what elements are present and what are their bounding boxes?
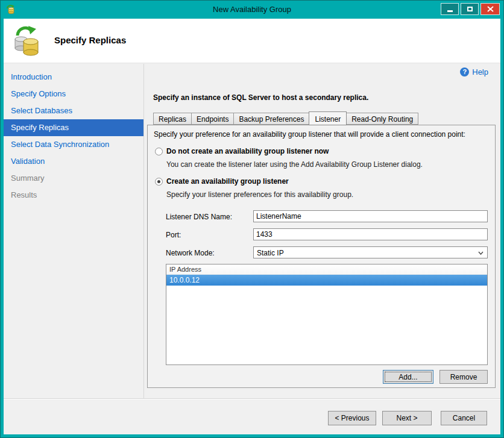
network-mode-select[interactable]: Static IP xyxy=(253,246,488,258)
radio-create-listener-label: Create an availability group listener xyxy=(166,177,289,186)
ip-address-listbox[interactable]: IP Address 10.0.0.12 xyxy=(166,264,488,365)
window-controls xyxy=(441,3,500,15)
dns-name-label: Listener DNS Name: xyxy=(166,213,232,221)
close-button[interactable] xyxy=(480,3,500,15)
network-mode-label: Network Mode: xyxy=(166,249,215,257)
add-button[interactable]: Add... xyxy=(383,370,433,384)
radio-create-listener-description: Specify your listener preferences for th… xyxy=(166,190,353,199)
next-button[interactable]: Next > xyxy=(382,411,432,425)
radio-create-listener[interactable]: Create an availability group listener xyxy=(155,177,289,186)
network-mode-value: Static IP xyxy=(257,249,284,257)
sidebar-item-results: Results xyxy=(4,187,143,204)
previous-button[interactable]: < Previous xyxy=(328,411,376,425)
ip-address-row[interactable]: 10.0.0.12 xyxy=(166,275,487,286)
help-button[interactable]: ? Help xyxy=(460,67,488,77)
radio-no-listener-description: You can create the listener later using … xyxy=(166,160,423,169)
help-icon: ? xyxy=(460,67,469,77)
maximize-icon xyxy=(467,7,473,11)
tab-strip: Replicas Endpoints Backup Preferences Li… xyxy=(153,113,493,125)
network-mode-row: Network Mode: Static IP xyxy=(166,246,488,258)
tab-listener[interactable]: Listener xyxy=(309,111,347,125)
tab-replicas[interactable]: Replicas xyxy=(153,113,192,125)
radio-create-listener-circle xyxy=(155,178,163,186)
page-title: Specify Replicas xyxy=(54,35,126,45)
radio-no-listener-label: Do not create an availability group list… xyxy=(166,147,329,155)
main-content: ? Help Specify an instance of SQL Server… xyxy=(145,64,500,398)
help-label: Help xyxy=(472,67,488,77)
sidebar-item-select-data-synchronization[interactable]: Select Data Synchronization xyxy=(4,136,143,153)
radio-no-listener[interactable]: Do not create an availability group list… xyxy=(155,147,329,155)
sidebar-item-summary: Summary xyxy=(4,170,143,187)
minimize-button[interactable] xyxy=(441,3,459,15)
radio-no-listener-circle xyxy=(155,148,163,155)
close-icon xyxy=(487,6,494,12)
availability-group-icon xyxy=(12,25,41,57)
listener-tab-panel: Specify your preference for an availabil… xyxy=(147,125,496,388)
dns-name-row: Listener DNS Name: xyxy=(166,210,488,222)
tab-endpoints[interactable]: Endpoints xyxy=(191,113,234,125)
wizard-header: Specify Replicas xyxy=(4,19,500,63)
sidebar-item-specify-options[interactable]: Specify Options xyxy=(4,86,143,102)
dns-name-input[interactable] xyxy=(253,210,488,222)
chevron-down-icon xyxy=(478,251,484,255)
port-input[interactable] xyxy=(253,228,488,240)
tab-backup-preferences[interactable]: Backup Preferences xyxy=(233,113,309,125)
wizard-steps-sidebar: Introduction Specify Options Select Data… xyxy=(4,64,144,398)
title-bar: New Availability Group xyxy=(1,1,503,19)
sidebar-item-validation[interactable]: Validation xyxy=(4,153,143,170)
port-row: Port: xyxy=(166,228,488,240)
sidebar-item-select-databases[interactable]: Select Databases xyxy=(4,102,143,119)
cancel-button[interactable]: Cancel xyxy=(441,411,487,425)
window-title: New Availability Group xyxy=(1,5,503,14)
instruction-text: Specify an instance of SQL Server to hos… xyxy=(153,93,368,102)
listener-preference-text: Specify your preference for an availabil… xyxy=(154,130,465,139)
tab-read-only-routing[interactable]: Read-Only Routing xyxy=(346,113,418,125)
wizard-footer: < Previous Next > Cancel xyxy=(4,398,500,434)
sidebar-item-introduction[interactable]: Introduction xyxy=(4,69,143,86)
ip-address-column-header[interactable]: IP Address xyxy=(166,264,487,275)
port-label: Port: xyxy=(166,231,181,239)
maximize-button[interactable] xyxy=(461,3,479,15)
minimize-icon xyxy=(447,10,453,12)
remove-button[interactable]: Remove xyxy=(439,370,488,384)
client-area: Specify Replicas Introduction Specify Op… xyxy=(4,19,500,434)
sidebar-item-specify-replicas[interactable]: Specify Replicas xyxy=(4,119,143,136)
wizard-window: New Availability Group xyxy=(0,0,504,438)
